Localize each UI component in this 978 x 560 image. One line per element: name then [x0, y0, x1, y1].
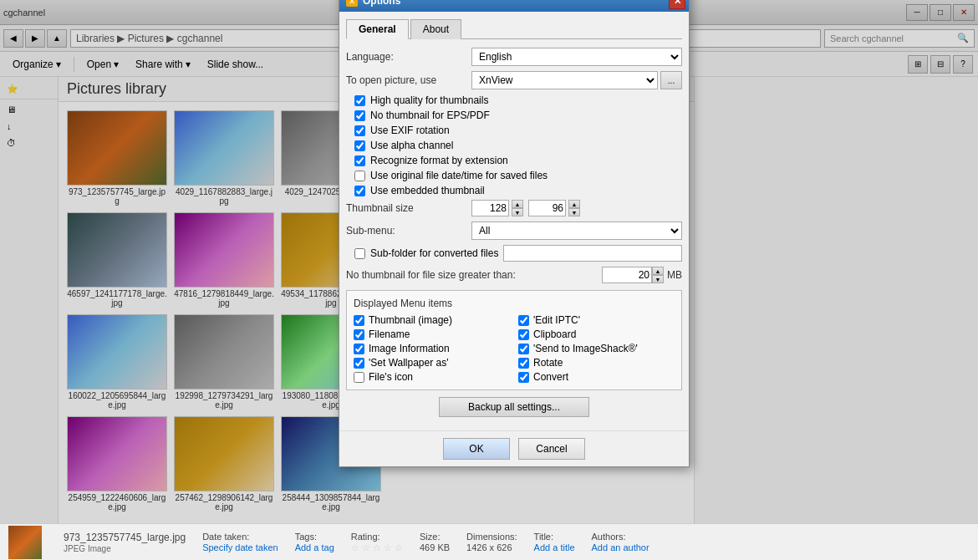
status-date-label: Date taken:: [202, 532, 278, 542]
status-dimensions-section: Dimensions: 1426 x 626: [466, 532, 517, 552]
status-thumbnail: [8, 526, 42, 559]
checkbox-label-embed_thumb: Use embedded thumbnail: [370, 185, 485, 196]
subfolder-input[interactable]: [503, 245, 682, 262]
filesize-down[interactable]: ▼: [652, 275, 664, 283]
language-control: English: [471, 48, 682, 66]
status-title-value[interactable]: Add a title: [534, 542, 575, 552]
backup-button[interactable]: Backup all settings...: [439, 397, 589, 417]
menu-item-checkbox-0[interactable]: [354, 315, 364, 326]
menu-item-checkbox-9[interactable]: [518, 372, 529, 383]
menu-item-row-9: Convert: [518, 371, 675, 383]
checkbox-no_eps[interactable]: [354, 110, 365, 121]
menu-item-checkbox-5[interactable]: [518, 344, 529, 354]
language-select[interactable]: English: [471, 48, 682, 66]
filesize-input[interactable]: [602, 267, 652, 283]
menu-item-label-3: Clipboard: [533, 328, 576, 340]
thumbnail-width-down[interactable]: ▼: [512, 208, 523, 216]
subfolder-checkbox[interactable]: [354, 248, 365, 259]
menu-item-label-6: 'Set Wallpaper as': [369, 357, 449, 369]
cancel-button[interactable]: Cancel: [518, 438, 585, 460]
status-title-section: Title: Add a title: [534, 532, 575, 552]
dialog-icon: X: [346, 0, 358, 7]
thumbnail-height-input[interactable]: [528, 200, 566, 216]
dialog-title: Options: [363, 0, 400, 7]
filesize-up[interactable]: ▲: [652, 267, 664, 275]
thumbnail-width-input[interactable]: [471, 200, 509, 216]
checkbox-row-0: High quality for thumbnails: [346, 94, 682, 106]
status-date-section: Date taken: Specify date taken: [202, 532, 278, 552]
filesize-spinners: ▲ ▼: [652, 267, 664, 283]
checkbox-hq_thumb[interactable]: [354, 95, 365, 106]
thumbnail-height-group: ▲ ▼: [528, 200, 580, 216]
dialog-tabs: General About: [346, 18, 682, 39]
filesize-unit: MB: [667, 269, 682, 281]
menu-item-label-9: Convert: [533, 371, 568, 383]
status-authors-value[interactable]: Add an author: [592, 542, 649, 552]
menu-item-label-4: Image Information: [369, 343, 450, 354]
checkbox-alpha[interactable]: [354, 140, 365, 151]
status-rating-section: Rating: ☆ ☆ ☆ ☆ ☆: [351, 532, 403, 553]
checkbox-orig_date[interactable]: [354, 171, 365, 181]
subfolder-row: Sub-folder for converted files: [346, 245, 682, 262]
status-tags-value[interactable]: Add a tag: [295, 542, 334, 552]
menu-item-checkbox-7[interactable]: [518, 358, 529, 369]
status-authors-label: Authors:: [592, 532, 649, 542]
submenu-select[interactable]: All: [471, 221, 682, 240]
dialog-overlay: X Options ✕ General About Language:: [0, 0, 978, 523]
language-label: Language:: [346, 51, 471, 63]
filesize-label: No thumbnail for file size greater than:: [346, 269, 602, 281]
checkbox-label-orig_date: Use original file date/time for saved fi…: [370, 170, 548, 181]
status-size-value: 469 KB: [420, 542, 450, 552]
status-tags-label: Tags:: [295, 532, 334, 542]
menu-item-checkbox-1[interactable]: [518, 315, 529, 326]
menu-item-checkbox-2[interactable]: [354, 329, 364, 340]
menu-item-row-6: 'Set Wallpaper as': [354, 357, 510, 369]
thumbnail-width-up[interactable]: ▲: [512, 200, 523, 208]
dialog-close-button[interactable]: ✕: [669, 0, 685, 9]
menu-item-row-2: Filename: [354, 328, 510, 340]
menu-item-label-1: 'Edit IPTC': [533, 314, 580, 326]
menu-items-title: Displayed Menu items: [354, 298, 675, 309]
status-date-value[interactable]: Specify date taken: [202, 542, 278, 552]
status-filename-section: 973_1235757745_large.jpg JPEG Image: [64, 532, 186, 553]
ok-button[interactable]: OK: [443, 438, 510, 460]
thumbnail-height-down[interactable]: ▼: [568, 208, 580, 216]
status-filename: 973_1235757745_large.jpg: [64, 532, 186, 543]
tab-general[interactable]: General: [346, 19, 409, 39]
to-open-select[interactable]: XnView: [471, 71, 658, 89]
status-rating-label: Rating:: [351, 532, 403, 542]
checkbox-embed_thumb[interactable]: [354, 186, 365, 196]
status-filetype: JPEG Image: [64, 544, 186, 553]
menu-item-row-4: Image Information: [354, 343, 510, 354]
checkbox-row-6: Use embedded thumbnail: [346, 185, 682, 196]
status-dimensions-value: 1426 x 626: [466, 542, 517, 552]
thumbnail-size-row: Thumbnail size ▲ ▼ ▲ ▼: [346, 200, 682, 216]
explorer-window: cgchannel ─ □ ✕ ◀ ▶ ▲ Libraries ▶ Pictur…: [0, 0, 978, 560]
submenu-label: Sub-menu:: [346, 225, 471, 237]
thumbnail-size-label: Thumbnail size: [346, 202, 471, 214]
checkbox-exif_rot[interactable]: [354, 125, 365, 136]
menu-item-row-8: File's icon: [354, 371, 510, 383]
dialog-titlebar: X Options ✕: [339, 0, 689, 12]
thumbnail-height-up[interactable]: ▲: [568, 200, 580, 208]
menu-item-checkbox-4[interactable]: [354, 344, 364, 354]
menu-item-row-3: Clipboard: [518, 328, 675, 340]
checkbox-row-5: Use original file date/time for saved fi…: [346, 170, 682, 181]
tab-about[interactable]: About: [410, 19, 461, 39]
options-dialog: X Options ✕ General About Language:: [339, 0, 690, 467]
checkboxes-container: High quality for thumbnailsNo thumbnail …: [346, 94, 682, 196]
menu-item-label-0: Thumbnail (image): [369, 314, 452, 326]
checkbox-row-2: Use EXIF rotation: [346, 125, 682, 136]
menu-item-checkbox-8[interactable]: [354, 372, 364, 383]
status-tags-section: Tags: Add a tag: [295, 532, 334, 552]
menu-item-checkbox-3[interactable]: [518, 329, 529, 340]
menu-item-checkbox-6[interactable]: [354, 358, 364, 369]
checkbox-recog_fmt[interactable]: [354, 155, 365, 166]
menu-item-label-5: 'Send to ImageShack®': [533, 343, 638, 354]
language-row: Language: English: [346, 48, 682, 66]
menu-item-row-0: Thumbnail (image): [354, 314, 510, 326]
thumbnail-height-spinners: ▲ ▼: [568, 200, 580, 216]
subfolder-label: Sub-folder for converted files: [370, 247, 498, 259]
to-open-row: To open picture, use XnView ...: [346, 71, 682, 89]
browse-button[interactable]: ...: [660, 71, 682, 89]
